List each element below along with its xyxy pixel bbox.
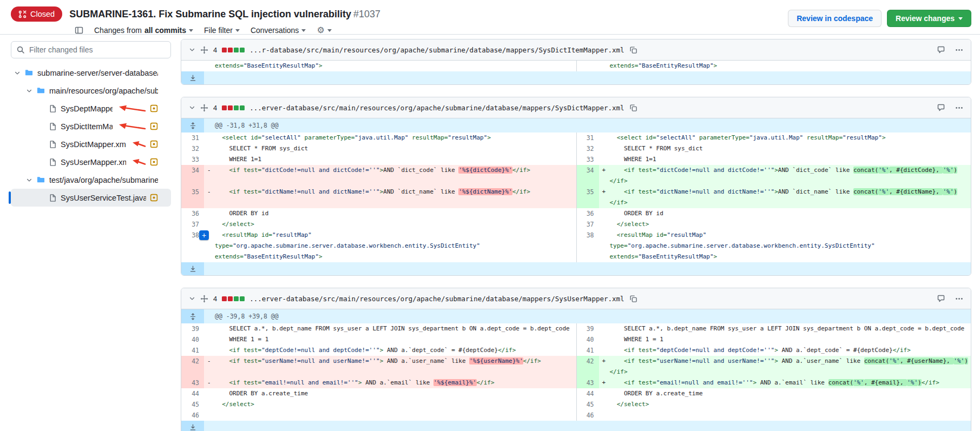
line-number[interactable]: 39: [181, 323, 204, 334]
line-number[interactable]: 44: [576, 388, 599, 399]
toggle-comments-button[interactable]: [937, 103, 945, 112]
collapse-file-icon[interactable]: [189, 295, 195, 302]
unfold-icon: [189, 122, 196, 129]
drag-handle-icon[interactable]: [200, 46, 208, 54]
diff-list: 4...r-database/src/main/resources/org/ap…: [181, 35, 980, 431]
drag-handle-icon[interactable]: [200, 104, 208, 112]
line-number[interactable]: [576, 61, 599, 71]
file-menu-button[interactable]: [955, 295, 963, 303]
file-filter-dropdown[interactable]: File filter: [204, 26, 240, 35]
pr-status-label: Closed: [30, 10, 55, 18]
expand-row-body: [204, 71, 971, 84]
line-number[interactable]: 44: [181, 388, 204, 399]
tree-folder-test-java-org-apache-submarine-s[interactable]: test/java/org/apache/submarine/s...: [11, 171, 171, 189]
line-number[interactable]: 31: [181, 132, 204, 143]
code-line: </select>: [599, 399, 971, 410]
copy-path-button[interactable]: [629, 46, 637, 54]
file-menu-button[interactable]: [955, 104, 963, 112]
line-number[interactable]: 42: [576, 356, 599, 377]
diff-marker: -: [207, 377, 211, 388]
line-number[interactable]: 35: [576, 187, 599, 208]
line-number[interactable]: 43: [576, 377, 599, 388]
collapse-file-icon[interactable]: [189, 47, 195, 53]
conversations-dropdown[interactable]: Conversations: [251, 26, 306, 35]
expand-down-button[interactable]: [181, 71, 204, 84]
line-number[interactable]: 38: [576, 230, 599, 262]
tree-item-label: SysDictItemMapper.xml: [61, 122, 113, 131]
expand-hunk-button[interactable]: [181, 309, 204, 323]
expand-down-button[interactable]: [181, 421, 204, 431]
filter-files-input[interactable]: [11, 41, 171, 58]
modified-status-icon: [150, 158, 158, 166]
line-number[interactable]: 32: [576, 143, 599, 154]
tree-folder-submarine-server-server-database[interactable]: submarine-server/server-database/...: [11, 64, 171, 82]
tree-file-sysdictmapper-xml[interactable]: SysDictMapper.xml: [11, 135, 171, 153]
line-number[interactable]: 37: [576, 219, 599, 230]
copy-path-button[interactable]: [629, 104, 637, 112]
line-number[interactable]: 35: [181, 187, 204, 208]
diffstat-square: [240, 48, 245, 52]
chevron-down-icon: [327, 29, 332, 32]
expand-down-button[interactable]: [181, 262, 204, 275]
code-line: - <if test="dictName!=null and dictName!…: [204, 187, 576, 208]
line-number[interactable]: 33: [181, 154, 204, 165]
line-number[interactable]: 41: [576, 345, 599, 356]
file-icon: [49, 158, 57, 167]
line-number[interactable]: [181, 61, 204, 71]
hunk-row: @@ -31,8 +31,8 @@: [181, 118, 971, 132]
line-number[interactable]: 38+: [181, 230, 204, 262]
tree-file-sysusermapper-xml[interactable]: SysUserMapper.xml: [11, 153, 171, 171]
line-number[interactable]: 46: [181, 410, 204, 421]
line-number[interactable]: 37: [181, 219, 204, 230]
line-number[interactable]: 31: [576, 132, 599, 143]
copy-path-button[interactable]: [629, 295, 637, 303]
line-number[interactable]: 34: [576, 165, 599, 187]
file-path-link[interactable]: ...erver-database/src/main/resources/org…: [249, 104, 624, 112]
add-comment-button[interactable]: +: [199, 230, 209, 240]
review-in-codespace-button[interactable]: Review in codespace: [788, 10, 882, 27]
line-number[interactable]: 41: [181, 345, 204, 356]
pr-number: #1037: [353, 9, 380, 19]
line-number[interactable]: 45: [576, 399, 599, 410]
line-number[interactable]: 36: [181, 208, 204, 219]
file-icon: [49, 140, 57, 149]
sidebar-toggle-button[interactable]: [75, 26, 83, 35]
drag-handle-icon[interactable]: [200, 295, 208, 303]
diff-settings-dropdown[interactable]: ⚙: [317, 26, 331, 35]
line-number[interactable]: 39: [576, 323, 599, 334]
annotation-arrow: [131, 140, 146, 148]
tree-file-sysdictitemmapper-xml[interactable]: SysDictItemMapper.xml: [11, 117, 171, 135]
review-changes-button[interactable]: Review changes: [887, 10, 971, 27]
modified-status-icon: [150, 104, 158, 112]
line-number[interactable]: 32: [181, 143, 204, 154]
file-path-link[interactable]: ...r-database/src/main/resources/org/apa…: [249, 46, 624, 54]
header-actions: Review in codespace Review changes: [788, 10, 971, 27]
line-number[interactable]: 45: [181, 399, 204, 410]
diff-row: 38+ <resultMap id="resultMap" type="org.…: [181, 230, 971, 262]
tree-file-sysuserservicetest-java[interactable]: SysUserServiceTest.java: [11, 189, 171, 207]
filter-files: [11, 41, 171, 58]
changes-from-dropdown[interactable]: Changes from all commits: [94, 26, 193, 35]
line-number[interactable]: 40: [181, 334, 204, 345]
pr-status-badge: Closed: [11, 6, 62, 22]
line-number[interactable]: 33: [576, 154, 599, 165]
tree-file-sysdeptmapper-xml[interactable]: SysDeptMapper.xml: [11, 100, 171, 117]
file-path-link[interactable]: ...erver-database/src/main/resources/org…: [249, 295, 624, 303]
toggle-comments-button[interactable]: [937, 294, 945, 303]
tree-folder-main-resources-org-apache-subm[interactable]: main/resources/org/apache/subm...: [11, 82, 171, 100]
file-icon: [49, 122, 57, 131]
toggle-comments-button[interactable]: [937, 45, 945, 54]
expand-hunk-button[interactable]: [181, 118, 204, 132]
line-number[interactable]: 43: [181, 377, 204, 388]
line-number[interactable]: 34: [181, 165, 204, 187]
code-line: + <if test="dictName!=null and dictName!…: [599, 187, 971, 208]
line-number[interactable]: 40: [576, 334, 599, 345]
line-number[interactable]: 36: [576, 208, 599, 219]
diff-row: 36 ORDER BY id36 ORDER BY id: [181, 208, 971, 219]
file-menu-button[interactable]: [955, 46, 963, 54]
file-diff-sysusermapper-xml: 4...erver-database/src/main/resources/or…: [181, 288, 971, 431]
line-number[interactable]: 42: [181, 356, 204, 377]
file-header: 4...erver-database/src/main/resources/or…: [181, 288, 971, 309]
line-number[interactable]: 46: [576, 410, 599, 421]
collapse-file-icon[interactable]: [189, 104, 195, 111]
